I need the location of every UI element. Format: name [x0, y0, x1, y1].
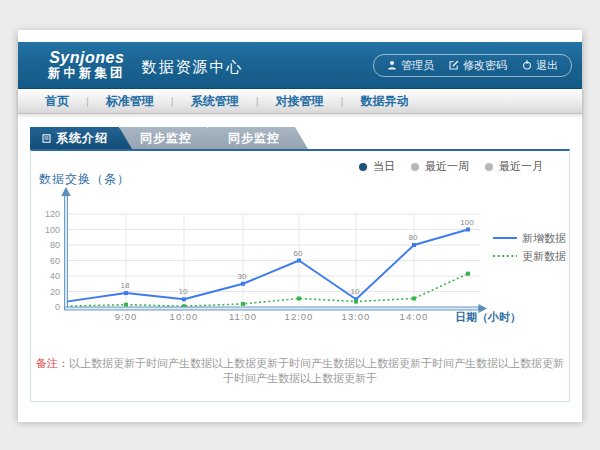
filter-option-0[interactable]: 当日 — [359, 159, 395, 174]
user-menu-label: 退出 — [536, 58, 558, 73]
data-point — [241, 302, 245, 306]
logo-secondary: 新中新集团 — [48, 67, 126, 80]
tab-bar: 系统介绍同步监控同步监控 — [30, 127, 308, 149]
app-header: Synjones 新中新集团 数据资源中心 管理员修改密码退出 — [18, 42, 582, 89]
user-menu-admin[interactable]: 管理员 — [387, 58, 434, 73]
y-tick-label: 60 — [50, 256, 60, 266]
user-menu-logout[interactable]: 退出 — [522, 58, 558, 73]
tab-0[interactable]: 系统介绍 — [30, 127, 132, 149]
power-icon — [522, 60, 532, 70]
footnote: 备注：以上数据更新于时间产生数据以上数据更新于时间产生数据以上数据更新于时间产生… — [31, 356, 569, 386]
data-point — [297, 296, 301, 300]
radio-label: 最近一周 — [425, 159, 469, 174]
data-point — [241, 282, 245, 286]
chart-panel: 当日最近一周最近一月 数据交换（条） 181030601080100020406… — [30, 149, 570, 402]
document-icon — [42, 134, 51, 143]
tab-1[interactable]: 同步监控 — [120, 127, 220, 149]
point-label: 80 — [409, 233, 418, 242]
point-label: 10 — [179, 287, 188, 296]
filter-option-1[interactable]: 最近一周 — [411, 159, 469, 174]
point-label: 100 — [460, 218, 474, 227]
user-menu-label: 管理员 — [401, 58, 434, 73]
x-tick-label: 14:00 — [400, 311, 429, 322]
user-menu-change-password[interactable]: 修改密码 — [449, 58, 507, 73]
data-point — [412, 296, 416, 300]
tab-label: 同步监控 — [228, 127, 280, 149]
data-point — [466, 228, 470, 232]
tab-label: 系统介绍 — [56, 127, 108, 149]
tab-2[interactable]: 同步监控 — [208, 127, 308, 149]
footnote-text: 以上数据更新于时间产生数据以上数据更新于时间产生数据以上数据更新于时间产生数据以… — [69, 357, 564, 384]
point-label: 18 — [121, 281, 130, 290]
edit-icon — [449, 60, 459, 70]
screen: Synjones 新中新集团 数据资源中心 管理员修改密码退出 首页|标准管理|… — [0, 0, 600, 450]
y-tick-label: 120 — [45, 209, 60, 219]
nav-item-1[interactable]: 标准管理 — [89, 93, 171, 110]
content-area: 系统介绍同步监控同步监控 当日最近一周最近一月 数据交换（条） 18103060… — [18, 114, 582, 422]
y-axis-arrow — [61, 187, 71, 196]
app-window: Synjones 新中新集团 数据资源中心 管理员修改密码退出 首页|标准管理|… — [18, 30, 582, 420]
x-tick-label: 13:00 — [342, 311, 371, 322]
radio-icon — [359, 163, 367, 171]
x-axis — [65, 307, 479, 310]
data-point — [297, 259, 301, 263]
data-point — [466, 272, 470, 276]
data-point — [124, 291, 128, 295]
y-tick-label: 40 — [50, 271, 60, 281]
x-tick-label: 10:00 — [170, 311, 199, 322]
data-point — [412, 243, 416, 247]
logo: Synjones 新中新集团 — [48, 50, 126, 81]
nav-item-2[interactable]: 系统管理 — [174, 93, 256, 110]
line-chart: 1810306010801000204060801001209:0010:001… — [31, 186, 571, 351]
y-tick-label: 80 — [50, 240, 60, 250]
legend-label: 更新数据 — [522, 250, 566, 262]
user-icon — [387, 60, 397, 70]
x-tick-label: 12:00 — [285, 311, 314, 322]
x-tick-label: 9:00 — [115, 311, 138, 322]
legend-label: 新增数据 — [522, 232, 566, 244]
radio-icon — [411, 163, 419, 171]
y-tick-label: 100 — [45, 225, 60, 235]
data-point — [354, 300, 358, 304]
data-point — [182, 297, 186, 301]
data-point — [124, 303, 128, 307]
nav-item-3[interactable]: 对接管理 — [259, 93, 341, 110]
y-axis — [65, 194, 68, 310]
main-nav: 首页|标准管理|系统管理|对接管理|数据异动 — [18, 89, 582, 114]
tab-label: 同步监控 — [140, 127, 192, 149]
nav-item-0[interactable]: 首页 — [28, 93, 86, 110]
nav-item-4[interactable]: 数据异动 — [343, 93, 425, 110]
page-title: 数据资源中心 — [142, 58, 244, 77]
user-menu-label: 修改密码 — [463, 58, 507, 73]
x-tick-label: 11:00 — [229, 311, 257, 322]
time-filter-group: 当日最近一周最近一月 — [359, 159, 543, 174]
filter-option-2[interactable]: 最近一月 — [485, 159, 543, 174]
radio-label: 当日 — [373, 159, 395, 174]
point-label: 30 — [238, 272, 247, 281]
y-tick-label: 0 — [55, 302, 60, 312]
footnote-prefix: 备注： — [36, 357, 69, 369]
y-tick-label: 20 — [50, 287, 60, 297]
point-label: 60 — [294, 249, 303, 258]
x-axis-title: 日期（小时） — [455, 311, 521, 324]
point-label: 10 — [351, 287, 360, 296]
radio-icon — [485, 163, 493, 171]
logo-primary: Synjones — [48, 50, 126, 67]
browser-strip — [18, 30, 582, 42]
user-menu: 管理员修改密码退出 — [373, 54, 572, 77]
radio-label: 最近一月 — [499, 159, 543, 174]
